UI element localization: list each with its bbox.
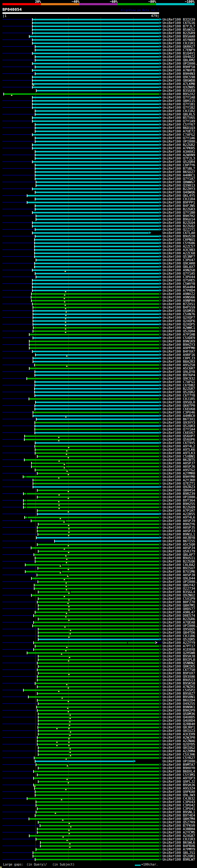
hit-accession-label[interactable]: UniRef100_A5C6R7	[163, 367, 197, 370]
hit-accession-label[interactable]: UniRef100_A2ZC57	[163, 245, 197, 248]
alignment-bar[interactable]	[38, 720, 159, 721]
alignment-bar[interactable]	[27, 652, 159, 654]
alignment-bar[interactable]	[38, 510, 159, 512]
hit-accession-label[interactable]: UniRef100_B2ZHY3	[163, 187, 197, 191]
hit-accession-label[interactable]: UniRef100_C7AFG2	[163, 133, 197, 136]
alignment-bar[interactable]	[38, 808, 159, 809]
hit-accession-label[interactable]: UniRef100_B6T3X1	[163, 417, 197, 421]
hit-accession-label[interactable]: UniRef100_Q948Z2	[163, 55, 197, 59]
alignment-bar[interactable]	[35, 175, 159, 176]
hit-accession-label[interactable]: UniRef100_Q8LAX7	[163, 265, 197, 269]
hit-accession-label[interactable]: UniRef100_Q9ZRZ3	[163, 485, 197, 489]
hit-accession-label[interactable]: UniRef100_Q5DM35	[163, 309, 197, 313]
hit-accession-label[interactable]: UniRef100_C3PU46	[163, 411, 197, 414]
alignment-bar[interactable]	[38, 832, 159, 833]
hit-accession-label[interactable]: UniRef100_B9U5I1	[163, 556, 197, 560]
alignment-bar[interactable]	[33, 320, 159, 322]
alignment-bar[interactable]	[36, 259, 159, 261]
alignment-bar[interactable]	[35, 246, 159, 247]
alignment-bar[interactable]	[38, 496, 159, 498]
alignment-bar[interactable]	[35, 469, 159, 471]
hit-accession-label[interactable]: UniRef100_Q2HSW8	[163, 651, 197, 655]
alignment-bar[interactable]	[35, 787, 159, 789]
hit-accession-label[interactable]: UniRef100_Q4U0D4	[163, 719, 197, 722]
alignment-bar[interactable]	[33, 625, 159, 627]
alignment-bar[interactable]	[38, 679, 159, 681]
alignment-bar[interactable]	[35, 364, 159, 366]
hit-accession-label[interactable]: UniRef100_B6SU27	[163, 170, 197, 174]
hit-accession-label[interactable]: UniRef100_B6D1Q3	[163, 126, 197, 130]
alignment-bar[interactable]	[35, 391, 159, 393]
hit-accession-label[interactable]: UniRef100_Q52QR4	[163, 160, 197, 163]
alignment-bar[interactable]	[35, 178, 159, 180]
alignment-bar[interactable]	[35, 408, 159, 410]
hit-accession-label[interactable]: UniRef100_B2ZGR3	[163, 208, 197, 211]
hit-accession-label[interactable]: UniRef100_B3SGE8	[163, 89, 197, 92]
alignment-bar[interactable]	[35, 791, 159, 793]
alignment-bar[interactable]	[35, 252, 159, 254]
hit-accession-label[interactable]: UniRef100_Q50J79	[163, 550, 197, 553]
alignment-bar[interactable]	[38, 723, 159, 725]
alignment-bar[interactable]	[34, 622, 159, 623]
alignment-bar[interactable]	[29, 818, 159, 820]
hit-accession-label[interactable]: UniRef100_B9MTA7	[163, 763, 197, 766]
hit-accession-label[interactable]: UniRef100_C4JB32	[163, 797, 197, 800]
hit-accession-label[interactable]: UniRef100_Q9FLJ2	[163, 780, 197, 783]
alignment-bar[interactable]	[33, 42, 159, 44]
hit-accession-label[interactable]: UniRef100_C5Y686	[163, 241, 197, 245]
hit-accession-label[interactable]: UniRef100_Q9ZNU2	[163, 594, 197, 597]
alignment-bar[interactable]	[36, 354, 159, 355]
alignment-bar[interactable]	[38, 618, 159, 620]
hit-accession-label[interactable]: UniRef100_B9S2X2	[163, 92, 197, 96]
hit-accession-label[interactable]: UniRef100_Q8H4S4	[163, 489, 197, 492]
alignment-bar[interactable]	[38, 591, 159, 593]
hit-accession-label[interactable]: UniRef100_UPI000..	[163, 760, 197, 763]
alignment-bar[interactable]	[38, 686, 159, 688]
alignment-bar[interactable]	[33, 331, 159, 332]
hit-accession-label[interactable]: UniRef100_A7PKR5	[163, 147, 197, 150]
alignment-bar[interactable]	[30, 835, 159, 837]
alignment-bar[interactable]	[36, 181, 159, 183]
hit-accession-label[interactable]: UniRef100_Q7Y1A4	[163, 428, 197, 431]
alignment-bar[interactable]	[25, 517, 159, 518]
alignment-bar[interactable]	[33, 87, 159, 88]
hit-accession-label[interactable]: UniRef100_Q52QR5	[163, 638, 197, 641]
hit-accession-label[interactable]: UniRef100_A9NVZ2	[163, 292, 197, 296]
alignment-bar[interactable]	[23, 476, 159, 477]
alignment-bar[interactable]	[33, 351, 159, 352]
hit-accession-label[interactable]: UniRef100_B9GU14	[163, 218, 197, 221]
alignment-bar[interactable]	[38, 544, 159, 545]
alignment-bar[interactable]	[27, 195, 159, 196]
alignment-bar[interactable]	[33, 117, 159, 119]
alignment-bar[interactable]	[37, 574, 159, 576]
alignment-bar[interactable]	[33, 483, 159, 484]
hit-accession-label[interactable]: UniRef100_C0J1R6	[163, 634, 197, 638]
alignment-bar[interactable]	[35, 191, 159, 193]
hit-accession-label[interactable]: UniRef100_Q52QR2	[163, 391, 197, 394]
alignment-bar[interactable]	[32, 293, 159, 295]
alignment-bar[interactable]	[35, 168, 159, 169]
hit-accession-label[interactable]: UniRef100_UPI000..	[163, 62, 197, 65]
hit-accession-label[interactable]: UniRef100_C5XJH6	[163, 753, 197, 756]
hit-accession-label[interactable]: UniRef100_A4HRC0	[163, 414, 197, 417]
hit-accession-label[interactable]: UniRef100_B1Q4V1	[163, 52, 197, 55]
alignment-bar[interactable]	[25, 435, 159, 437]
alignment-bar[interactable]	[38, 581, 159, 583]
hit-accession-label[interactable]: UniRef100_Q5Z7R9	[163, 820, 197, 824]
hit-accession-label[interactable]: UniRef100_Q6RH27	[163, 45, 197, 48]
hit-accession-label[interactable]: UniRef100_B9T364	[163, 499, 197, 502]
hit-accession-label[interactable]: UniRef100_UPI000..	[163, 495, 197, 499]
alignment-bar[interactable]	[34, 771, 159, 772]
alignment-bar[interactable]	[30, 347, 159, 349]
hit-accession-label[interactable]: UniRef100_Q7Y1A5	[163, 272, 197, 275]
alignment-bar[interactable]	[36, 848, 159, 850]
hit-accession-label[interactable]: UniRef100_B0FZ70	[163, 600, 197, 604]
hit-accession-label[interactable]: UniRef100_C6T7S0	[163, 668, 197, 672]
alignment-bar[interactable]	[33, 286, 159, 288]
alignment-bar[interactable]	[33, 144, 159, 146]
hit-accession-label[interactable]: UniRef100_Q8LRL5	[163, 113, 197, 116]
alignment-bar[interactable]	[38, 703, 159, 705]
hit-accession-label[interactable]: UniRef100_B9SAA0	[163, 35, 197, 38]
hit-accession-label[interactable]: UniRef100_A9NZG8	[163, 269, 197, 272]
alignment-bar[interactable]	[38, 527, 159, 528]
